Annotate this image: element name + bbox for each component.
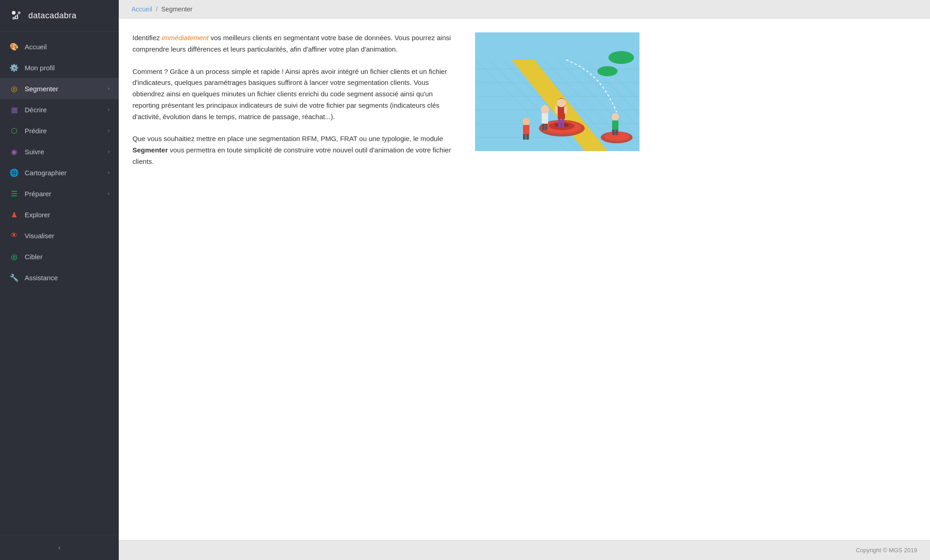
breadcrumb-separator: /	[156, 5, 158, 13]
sidebar-item-label-profil: Mon profil	[25, 64, 55, 72]
sidebar-item-cibler[interactable]: ◎Cibler	[0, 246, 119, 267]
sidebar-item-preparer[interactable]: ☰Préparer›	[0, 183, 119, 204]
logo-text: datacadabra	[28, 11, 77, 21]
sidebar-item-label-visualiser: Visualiser	[25, 232, 54, 240]
predire-icon: ⬡	[9, 126, 19, 136]
sidebar-item-label-predire: Prédire	[25, 127, 47, 135]
segmenter-icon: ◎	[9, 84, 19, 94]
footer: Copyright © MGS 2019	[119, 540, 930, 560]
image-area	[475, 32, 639, 526]
sidebar-item-label-segmenter: Segmenter	[25, 85, 58, 93]
sidebar-item-label-accueil: Accueil	[25, 43, 47, 51]
breadcrumb-home[interactable]: Accueil	[132, 5, 152, 13]
sidebar-item-visualiser[interactable]: 👁Visualiser	[0, 225, 119, 246]
para1-text: Identifiez	[132, 34, 162, 42]
para3-after: vous permettra en toute simplicité de co…	[132, 146, 451, 165]
para3-bold: Segmenter	[132, 146, 168, 154]
svg-rect-31	[561, 119, 564, 127]
svg-rect-33	[564, 106, 567, 114]
svg-point-46	[608, 51, 634, 64]
svg-rect-44	[612, 130, 615, 135]
para3-before: Que vous souhaitiez mettre en place une …	[132, 135, 443, 142]
accueil-icon: 🎨	[9, 42, 19, 52]
sidebar-header: d datacadabra	[0, 0, 119, 31]
chevron-icon-cartographier: ›	[108, 169, 110, 176]
svg-rect-30	[558, 119, 561, 127]
chevron-icon-decrire: ›	[108, 106, 110, 113]
content-area: Identifiez immédiatement vos meilleurs c…	[119, 19, 930, 540]
svg-rect-43	[612, 120, 618, 131]
collapse-button[interactable]: ‹	[53, 542, 65, 554]
logo-icon: d	[9, 8, 24, 23]
copyright-text: Copyright © MGS 2019	[856, 547, 917, 554]
decrire-icon: ▦	[9, 105, 19, 115]
svg-rect-39	[523, 125, 529, 135]
sidebar-item-cartographier[interactable]: 🌐Cartographier›	[0, 162, 119, 183]
sidebar-item-label-cibler: Cibler	[25, 253, 42, 261]
sidebar-footer: ‹	[0, 535, 119, 560]
sidebar-nav: 🎨Accueil⚙️Mon profil◎Segmenter›▦Décrire›…	[0, 31, 119, 535]
sidebar-item-label-decrire: Décrire	[25, 106, 47, 114]
svg-point-38	[523, 118, 530, 125]
main-content: Accueil / Segmenter Identifiez immédiate…	[119, 0, 930, 560]
svg-text:d: d	[15, 13, 19, 21]
chevron-icon-preparer: ›	[108, 190, 110, 197]
breadcrumb-current: Segmenter	[161, 5, 192, 13]
svg-point-29	[557, 98, 566, 107]
chevron-icon-segmenter: ›	[108, 85, 110, 92]
paragraph-2: Comment ? Grâce à un process simple et r…	[132, 66, 461, 123]
sidebar-item-label-assistance: Assistance	[25, 274, 58, 282]
explorer-icon: ♟	[9, 209, 19, 220]
paragraph-3: Que vous souhaitiez mettre en place une …	[132, 133, 461, 167]
cibler-icon: ◎	[9, 251, 19, 262]
profil-icon: ⚙️	[9, 63, 19, 73]
sidebar-item-explorer[interactable]: ♟Explorer	[0, 204, 119, 225]
sidebar-item-profil[interactable]: ⚙️Mon profil	[0, 57, 119, 78]
assistance-icon: 🔧	[9, 272, 19, 283]
sidebar-item-accueil[interactable]: 🎨Accueil	[0, 36, 119, 57]
chevron-icon-predire: ›	[108, 127, 110, 134]
promo-image	[475, 32, 639, 151]
sidebar-item-assistance[interactable]: 🔧Assistance	[0, 267, 119, 288]
svg-point-35	[541, 105, 549, 114]
svg-point-42	[612, 113, 619, 120]
suivre-icon: ◉	[9, 147, 19, 157]
svg-rect-28	[558, 105, 565, 119]
svg-rect-40	[523, 134, 526, 140]
chevron-icon-suivre: ›	[108, 148, 110, 155]
visualiser-icon: 👁	[9, 230, 19, 241]
svg-rect-36	[542, 124, 544, 130]
sidebar: d datacadabra 🎨Accueil⚙️Mon profil◎Segme…	[0, 0, 119, 560]
svg-rect-45	[615, 130, 618, 135]
sidebar-item-decrire[interactable]: ▦Décrire›	[0, 99, 119, 120]
paragraph-1: Identifiez immédiatement vos meilleurs c…	[132, 32, 461, 55]
sidebar-item-predire[interactable]: ⬡Prédire›	[0, 120, 119, 141]
sidebar-item-suivre[interactable]: ◉Suivre›	[0, 141, 119, 162]
text-content: Identifiez immédiatement vos meilleurs c…	[132, 32, 461, 526]
preparer-icon: ☰	[9, 188, 19, 199]
para1-highlight: immédiatement	[162, 34, 209, 42]
sidebar-item-label-explorer: Explorer	[25, 211, 50, 219]
breadcrumb: Accueil / Segmenter	[119, 0, 930, 19]
svg-point-47	[597, 66, 618, 76]
svg-rect-32	[555, 106, 558, 114]
sidebar-item-label-cartographier: Cartographier	[25, 169, 67, 177]
cartographier-icon: 🌐	[9, 167, 19, 178]
svg-rect-41	[526, 134, 529, 140]
svg-rect-37	[545, 124, 547, 130]
svg-rect-34	[542, 112, 548, 124]
sidebar-item-label-suivre: Suivre	[25, 148, 44, 156]
sidebar-item-segmenter[interactable]: ◎Segmenter›	[0, 78, 119, 99]
sidebar-item-label-preparer: Préparer	[25, 190, 51, 198]
